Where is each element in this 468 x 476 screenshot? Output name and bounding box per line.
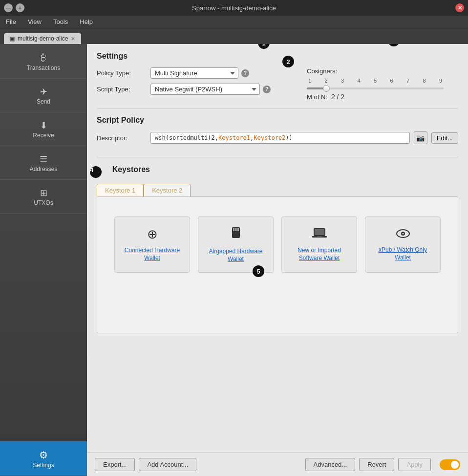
sidebar-label-settings: Settings [33, 462, 54, 469]
maximize-button[interactable]: + [16, 3, 24, 12]
script-type-select[interactable]: Native Segwit (P2WSH) Wrapped Segwit (P2… [150, 84, 260, 95]
script-policy-section: Script Policy Descriptor: wsh(sortedmult… [97, 116, 458, 157]
addresses-icon: ☰ [40, 155, 47, 164]
menu-view[interactable]: View [26, 17, 43, 26]
annotation-2: 2 [282, 56, 294, 67]
receive-icon: ⬇ [40, 121, 47, 130]
minimize-button[interactable]: — [4, 3, 13, 12]
policy-type-select[interactable]: Multi Signature Single Signature [150, 67, 238, 79]
sidebar: ₿ Transactions ✈ Send ⬇ Receive ☰ Addres… [0, 44, 87, 476]
toggle-knob [451, 461, 459, 469]
script-type-help-icon[interactable]: ? [263, 86, 271, 93]
sidebar-item-settings[interactable]: ⚙ Settings [0, 441, 87, 476]
utxos-icon: ⊞ [40, 189, 47, 197]
cosigners-label: Cosigners: [307, 67, 453, 75]
microsd-icon [229, 226, 243, 243]
annotation-1: 1 [258, 44, 270, 49]
cosigner-numbers: 1 2 3 4 5 6 7 8 9 [307, 78, 444, 84]
sidebar-item-utxos[interactable]: ⊞ UTXOs [0, 180, 87, 214]
bottom-bar-right: Advanced... Revert Apply [305, 458, 460, 471]
policy-type-help-icon[interactable]: ? [241, 69, 249, 77]
revert-button[interactable]: Revert [359, 458, 394, 471]
sidebar-item-send[interactable]: ✈ Send [0, 79, 87, 112]
sidebar-item-receive[interactable]: ⬇ Receive [0, 112, 87, 146]
software-wallet-label: New or Imported Software Wallet [288, 247, 351, 262]
airgapped-hardware-wallet-card[interactable]: Airgapped Hardware Wallet [198, 216, 274, 273]
annotation-3: 3 [388, 44, 400, 46]
keystore1-ref: Keystore1 [218, 134, 250, 141]
menu-bar: File View Tools Help [0, 16, 468, 28]
sidebar-label-send: Send [37, 98, 50, 105]
sidebar-item-addresses[interactable]: ☰ Addresses [0, 146, 87, 180]
settings-section-title: Settings [97, 52, 458, 61]
usb-icon: ⊕ [147, 227, 158, 242]
svg-rect-2 [235, 228, 236, 231]
policy-type-controls: Multi Signature Single Signature ? [150, 67, 249, 79]
connected-hardware-wallet-label: Connected Hardware Wallet [121, 247, 184, 262]
settings-content: 1 2 3 Settings Policy Type: Multi Signat… [87, 44, 468, 453]
keystore2-ref: Keystore2 [254, 134, 285, 141]
send-icon: ✈ [40, 87, 47, 96]
cosigners-slider[interactable] [307, 87, 444, 89]
export-button[interactable]: Export... [95, 458, 135, 471]
svg-rect-1 [233, 228, 234, 231]
keystore-tab-1[interactable]: Keystore 1 [97, 184, 144, 196]
svg-point-10 [402, 233, 404, 234]
title-bar: — + Sparrow - multisig-demo-alice ✕ [0, 0, 468, 16]
descriptor-camera-button[interactable]: 📷 [414, 131, 427, 144]
keystore-tabs: Keystore 1 Keystore 2 [97, 184, 458, 196]
sidebar-item-transactions[interactable]: ₿ Transactions [0, 44, 87, 79]
software-wallet-card[interactable]: New or Imported Software Wallet [281, 216, 357, 273]
script-type-row: Script Type: Native Segwit (P2WSH) Wrapp… [97, 84, 271, 95]
close-button[interactable]: ✕ [455, 3, 464, 12]
airgapped-hardware-wallet-label: Airgapped Hardware Wallet [204, 248, 267, 263]
m-of-n-value: 2 / 2 [331, 93, 344, 101]
descriptor-label: Descriptor: [97, 134, 150, 142]
laptop-icon [312, 227, 327, 242]
keystore-tab-2[interactable]: Keystore 2 [144, 184, 191, 196]
tab-multisig-demo-alice[interactable]: ▣ multisig-demo-alice ✕ [4, 33, 81, 44]
policy-type-label: Policy Type: [97, 69, 150, 77]
bottom-bar: Export... Add Account... Advanced... Rev… [87, 453, 468, 476]
descriptor-row: Descriptor: wsh(sortedmulti(2,Keystore1,… [97, 131, 458, 144]
window-title: Sparrow - multisig-demo-alice [33, 4, 435, 12]
script-type-label: Script Type: [97, 86, 150, 93]
connected-hardware-wallet-card[interactable]: ⊕ Connected Hardware Wallet [114, 216, 190, 273]
keystores-title: Keystores [112, 165, 150, 173]
svg-rect-5 [315, 229, 324, 235]
descriptor-edit-button[interactable]: Edit... [431, 132, 458, 144]
bitcoin-icon: ₿ [41, 53, 46, 63]
menu-file[interactable]: File [4, 17, 18, 26]
tab-close-icon[interactable]: ✕ [71, 36, 75, 42]
tab-label: multisig-demo-alice [18, 35, 68, 42]
cosigners-block: Cosigners: 1 2 3 4 5 6 7 8 9 [307, 67, 458, 101]
menu-tools[interactable]: Tools [51, 17, 70, 26]
main-layout: ₿ Transactions ✈ Send ⬇ Receive ☰ Addres… [0, 44, 468, 476]
add-account-button[interactable]: Add Account... [139, 458, 196, 471]
advanced-button[interactable]: Advanced... [305, 458, 356, 471]
m-of-n-row: M of N: 2 / 2 [307, 93, 453, 101]
sidebar-items: ₿ Transactions ✈ Send ⬇ Receive ☰ Addres… [0, 44, 87, 476]
keystore-content: ⊕ Connected Hardware Wallet [97, 196, 458, 333]
annotation-5: 5 [253, 265, 264, 277]
keystores-section: 4 Keystores 5 Keystore 1 Keystore 2 ⊕ Co… [97, 165, 458, 333]
eye-icon [396, 228, 410, 241]
svg-rect-3 [237, 228, 239, 231]
content-area: 1 2 3 Settings Policy Type: Multi Signat… [87, 44, 468, 476]
sidebar-label-transactions: Transactions [27, 65, 60, 71]
tab-bar: ▣ multisig-demo-alice ✕ [0, 28, 468, 44]
settings-icon: ⚙ [39, 450, 48, 460]
theme-toggle[interactable] [440, 459, 460, 470]
sidebar-label-utxos: UTXOs [34, 199, 53, 206]
policy-type-row: Policy Type: Multi Signature Single Sign… [97, 67, 271, 79]
script-type-controls: Native Segwit (P2WSH) Wrapped Segwit (P2… [150, 84, 271, 95]
script-policy-title: Script Policy [97, 116, 458, 125]
bottom-bar-left: Export... Add Account... [95, 458, 196, 471]
sidebar-label-receive: Receive [33, 132, 54, 139]
xpub-wallet-card[interactable]: xPub / Watch Only Wallet [365, 216, 441, 273]
sidebar-label-addresses: Addresses [30, 166, 58, 173]
menu-help[interactable]: Help [78, 17, 95, 26]
annotation-4: 4 [90, 166, 102, 178]
apply-button[interactable]: Apply [398, 458, 431, 471]
xpub-wallet-label: xPub / Watch Only Wallet [371, 246, 434, 261]
